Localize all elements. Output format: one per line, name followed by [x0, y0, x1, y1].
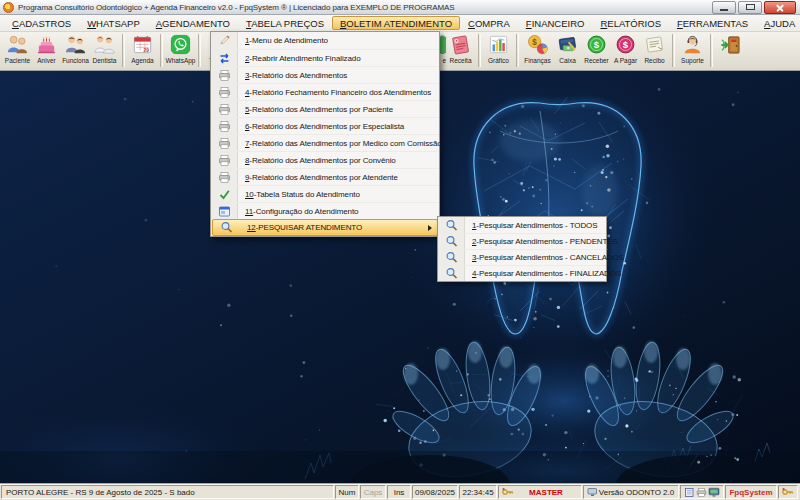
status-check-icon	[218, 188, 231, 201]
printer-icon	[218, 69, 231, 82]
toolbar-aniver-button[interactable]: Aniver	[32, 33, 61, 69]
menu-cadastros[interactable]: CADASTROS	[4, 15, 79, 31]
dropdown-item-reabrir-atendimento[interactable]: 2-Reabrir Atendimento Finalizado	[211, 49, 439, 66]
menu-relatorios[interactable]: RELATÓRIOS	[592, 15, 669, 31]
toolbar-suporte-button[interactable]: Suporte	[678, 33, 707, 69]
menu-tabela-precos[interactable]: TABELA PREÇOS	[238, 15, 332, 31]
status-date: 09/08/2025	[412, 485, 458, 499]
toolbar-financas-button[interactable]: $ Finanças	[522, 33, 553, 69]
dropdown-item-relatorio-fechamento[interactable]: 4-Relatório Fechamento Financeiro dos At…	[211, 83, 439, 100]
key-icon	[502, 487, 514, 497]
dropdown-item-configuracao[interactable]: 11-Configuração do Atendimento	[211, 202, 439, 219]
dropdown-item-relatorio-por-atendente[interactable]: 9-Relatório dos Atendimentos por Atenden…	[211, 168, 439, 185]
printer-icon	[218, 137, 231, 150]
menu-financeiro[interactable]: FINANCEIRO	[518, 15, 593, 31]
magnifier-icon	[445, 235, 458, 248]
toolbar-caixa-button[interactable]: Caixa	[553, 33, 582, 69]
status-brand: FpqSystem	[725, 485, 777, 499]
pesquisar-atendimento-submenu: 1-Pesquisar Atendimentos - TODOS 2-Pesqu…	[437, 216, 607, 282]
patients-icon	[6, 33, 29, 56]
dentists-icon	[93, 33, 116, 56]
toolbar-exit-button[interactable]	[716, 33, 745, 69]
birthday-cake-icon	[35, 33, 58, 56]
status-ins: Ins	[387, 485, 411, 499]
config-window-icon	[218, 205, 231, 218]
printer-icon	[218, 120, 231, 133]
toolbar-whatsapp-button[interactable]: WhatsApp	[166, 33, 195, 69]
dropdown-item-relatorio-atendimentos[interactable]: 3-Relatório dos Atendimentos	[211, 66, 439, 83]
status-bar: PORTO ALEGRE - RS 9 de Agosto de 2025 - …	[0, 483, 800, 500]
toolbar-separator	[672, 34, 675, 67]
maximize-button[interactable]	[738, 1, 762, 14]
swap-arrows-icon	[218, 52, 231, 65]
menu-ajuda[interactable]: AJUDA	[756, 15, 800, 31]
svg-text:$: $	[532, 38, 537, 47]
application-window: Programa Consultório Odontológico + Agen…	[0, 0, 800, 500]
dropdown-item-relatorio-medico-comissao[interactable]: 7-Relatório das Atendimentos por Medico …	[211, 134, 439, 151]
menu-ferramentas[interactable]: FERRAMENTAS	[669, 15, 756, 31]
magnifier-icon	[445, 219, 458, 232]
menu-agendamento[interactable]: AGENDAMENTO	[148, 15, 238, 31]
submenu-item-pesquisar-finalizados[interactable]: 4-Pesquisar Atendimentos - FINALIZADOS	[438, 265, 606, 281]
toolbar-separator	[710, 34, 713, 67]
magnifier-icon	[220, 221, 233, 234]
menu-bar: CADASTROS WHATSAPP AGENDAMENTO TABELA PR…	[0, 15, 800, 32]
dropdown-item-pesquisar-atendimento[interactable]: 12-PESQUISAR ATENDIMENTO	[212, 219, 438, 236]
toolbar-grafico-button[interactable]: Gráfico	[484, 33, 513, 69]
toolbar-separator	[198, 34, 201, 67]
printer-icon	[218, 154, 231, 167]
svg-text:$: $	[623, 39, 629, 50]
status-num: Num	[335, 485, 359, 499]
notebook-icon	[684, 487, 695, 498]
toolbar-paciente-button[interactable]: Paciente	[3, 33, 32, 69]
close-button[interactable]	[764, 1, 796, 14]
minimize-button[interactable]	[712, 1, 736, 14]
whatsapp-icon	[169, 33, 192, 56]
receive-coin-icon: $	[585, 33, 608, 56]
magnifier-icon	[445, 267, 458, 280]
cashbook-icon	[556, 33, 579, 56]
toolbar-separator	[122, 34, 125, 67]
key-icon	[782, 487, 794, 497]
prescription-icon	[449, 33, 472, 56]
toolbar-separator	[478, 34, 481, 67]
toolbar-dentista-button[interactable]: Dentista	[90, 33, 119, 69]
toolbar-receita-button[interactable]: Receita	[446, 33, 475, 69]
svg-text:29: 29	[143, 48, 149, 53]
toolbar-funcionario-button[interactable]: Funciona	[61, 33, 90, 69]
toolbar-separator	[516, 34, 519, 67]
dropdown-item-menu-atendimento[interactable]: 1-Menu de Atendimento	[211, 32, 439, 49]
status-version: Versão ODONTO 2.0	[583, 485, 679, 499]
toolbar-a-pagar-button[interactable]: $ A Pagar	[611, 33, 640, 69]
title-bar: Programa Consultório Odontológico + Agen…	[0, 0, 800, 15]
boletim-atendimento-dropdown: 1-Menu de Atendimento 2-Reabrir Atendime…	[210, 31, 440, 237]
app-logo-icon	[3, 2, 14, 13]
toolbar-recibo-button[interactable]: Recibo	[640, 33, 669, 69]
magnifier-icon	[445, 251, 458, 264]
submenu-item-pesquisar-pendentes[interactable]: 2-Pesquisar Atendimentos - PENDENTES	[438, 233, 606, 249]
toolbar-agenda-button[interactable]: 29 Agenda	[128, 33, 157, 69]
support-icon	[681, 33, 704, 56]
dropdown-item-tabela-status[interactable]: 10-Tabela Status do Atendimento	[211, 185, 439, 202]
pay-coin-icon: $	[614, 33, 637, 56]
dropdown-item-relatorio-por-convenio[interactable]: 8-Relatório dos Atendimentos por Convêni…	[211, 151, 439, 168]
menu-compra[interactable]: COMPRA	[460, 15, 518, 31]
submenu-item-pesquisar-todos[interactable]: 1-Pesquisar Atendimentos - TODOS	[438, 217, 606, 233]
printer-icon	[218, 171, 231, 184]
calendar-icon: 29	[131, 33, 154, 56]
dropdown-item-relatorio-por-paciente[interactable]: 5-Relatório dos Atendimentos por Pacient…	[211, 100, 439, 117]
submenu-arrow-icon	[428, 225, 432, 231]
printer-icon	[696, 487, 707, 498]
window-title: Programa Consultório Odontológico + Agen…	[18, 3, 454, 12]
menu-boletim-atendimento[interactable]: BOLETIM ATENDIMENTO	[332, 16, 460, 30]
status-user: MASTER	[498, 485, 582, 499]
status-caps: Caps	[360, 485, 386, 499]
receipt-icon	[643, 33, 666, 56]
menu-whatsapp[interactable]: WHATSAPP	[79, 15, 148, 31]
status-key	[778, 485, 798, 499]
status-location: PORTO ALEGRE - RS 9 de Agosto de 2025 - …	[1, 485, 334, 499]
pencil-icon	[218, 34, 231, 47]
dropdown-item-relatorio-por-especialista[interactable]: 6-Relatório dos Atendimentos por Especia…	[211, 117, 439, 134]
toolbar-receber-button[interactable]: $ Receber	[582, 33, 611, 69]
submenu-item-pesquisar-cancelados[interactable]: 3-Pesquisar Atendiemtnos - CANCELADOS	[438, 249, 606, 265]
